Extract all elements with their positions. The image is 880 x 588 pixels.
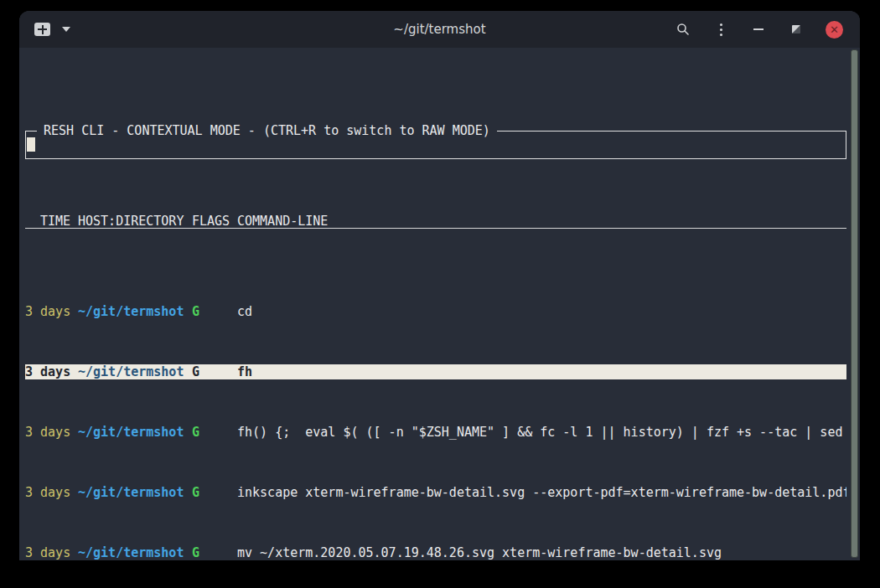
terminal-screen: RESH CLI - CONTEXTUAL MODE - (CTRL+R to … xyxy=(19,48,860,560)
restore-button[interactable] xyxy=(788,21,805,38)
row-flags: G xyxy=(192,545,230,560)
row-command: cd xyxy=(237,304,252,319)
row-command: fh xyxy=(237,364,252,379)
history-rows: 3 days ~/git/termshot G cd 3 days ~/git/… xyxy=(25,274,846,560)
history-row[interactable]: 3 days ~/git/termshot G fh xyxy=(25,364,846,379)
header-host: HOST:DIRECTORY xyxy=(78,214,184,228)
close-button[interactable]: ✕ xyxy=(826,21,843,39)
row-host: ~/git/termshot xyxy=(78,485,184,500)
row-command: inkscape xterm-wireframe-bw-detail.svg -… xyxy=(237,485,846,500)
header-flags: FLAGS xyxy=(192,214,230,228)
row-flags: G xyxy=(192,485,230,500)
history-row[interactable]: 3 days ~/git/termshot G cd xyxy=(25,304,846,319)
history-row[interactable]: 3 days ~/git/termshot G inkscape xterm-w… xyxy=(25,485,846,500)
new-tab-icon[interactable] xyxy=(34,23,50,36)
row-time: 3 days xyxy=(25,485,70,500)
search-icon[interactable] xyxy=(675,21,691,38)
row-time: 3 days xyxy=(25,364,70,379)
header-time: TIME xyxy=(25,214,70,228)
minimize-button[interactable] xyxy=(750,21,767,38)
scrollbar[interactable] xyxy=(851,49,858,558)
text-cursor xyxy=(27,137,35,152)
row-host: ~/git/termshot xyxy=(78,425,184,440)
menu-kebab-icon[interactable] xyxy=(712,21,729,38)
chevron-down-icon[interactable] xyxy=(62,27,70,32)
terminal-window: ~/git/termshot ✕ RESH CLI - CONTEXTUAL M… xyxy=(19,11,860,560)
history-header: TIME HOST:DIRECTORY FLAGS COMMAND-LINE xyxy=(25,214,846,229)
titlebar: ~/git/termshot ✕ xyxy=(19,11,860,48)
row-command: mv ~/xterm.2020.05.07.19.48.26.svg xterm… xyxy=(237,545,722,560)
row-host: ~/git/termshot xyxy=(78,364,184,379)
panel-title: RESH CLI - CONTEXTUAL MODE - (CTRL+R to … xyxy=(37,123,497,138)
row-time: 3 days xyxy=(25,304,70,319)
row-flags: G xyxy=(192,364,230,379)
row-flags: G xyxy=(192,425,230,440)
search-input[interactable]: RESH CLI - CONTEXTUAL MODE - (CTRL+R to … xyxy=(25,131,846,159)
row-flags: G xyxy=(192,304,230,319)
row-command: fh() {; eval $( ([ -n "$ZSH_NAME" ] && f… xyxy=(237,425,846,440)
row-time: 3 days xyxy=(25,545,70,560)
row-host: ~/git/termshot xyxy=(78,545,184,560)
header-command: COMMAND-LINE xyxy=(237,214,328,228)
row-time: 3 days xyxy=(25,425,70,440)
history-row[interactable]: 3 days ~/git/termshot G fh() {; eval $( … xyxy=(25,425,846,440)
history-row[interactable]: 3 days ~/git/termshot G mv ~/xterm.2020.… xyxy=(25,545,846,560)
row-host: ~/git/termshot xyxy=(78,304,184,319)
